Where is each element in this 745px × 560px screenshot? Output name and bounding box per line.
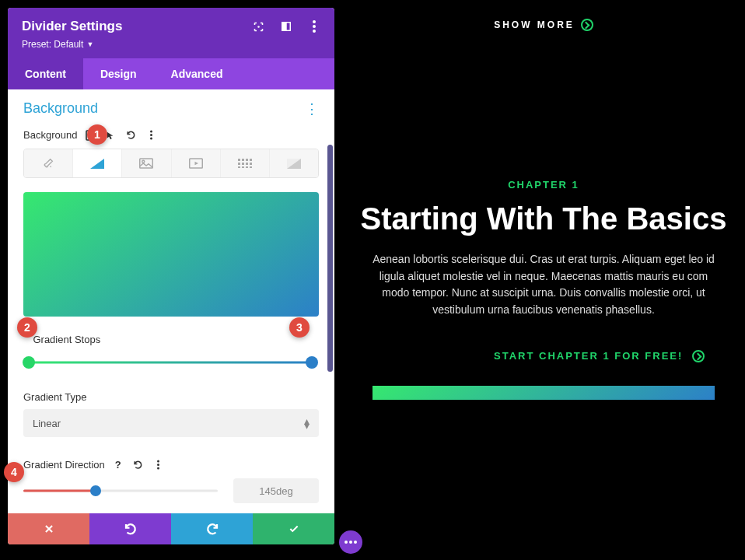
svg-rect-16 xyxy=(242,159,244,161)
gradient-direction-slider[interactable] xyxy=(23,485,218,497)
bg-type-image[interactable] xyxy=(122,149,171,177)
start-chapter-link[interactable]: START CHAPTER 1 FOR FREE! xyxy=(359,350,728,363)
svg-rect-23 xyxy=(238,166,240,168)
svg-rect-12 xyxy=(140,159,153,168)
annotation-badge-1: 1 xyxy=(87,124,107,145)
gradient-stop-start[interactable] xyxy=(23,356,35,369)
section-title: Background xyxy=(23,100,98,117)
gradient-direction-value[interactable]: 145deg xyxy=(233,478,319,503)
panel-title: Divider Settings xyxy=(22,19,122,34)
gradient-direction-label: Gradient Direction xyxy=(23,459,105,471)
svg-rect-19 xyxy=(238,163,240,165)
page-preview: SHOW MORE CHAPTER 1 Starting With The Ba… xyxy=(342,0,745,560)
svg-point-0 xyxy=(257,26,260,28)
show-more-label: SHOW MORE xyxy=(494,19,575,30)
gradient-type-value: Linear xyxy=(33,418,61,429)
bg-type-pattern[interactable] xyxy=(221,149,270,177)
svg-rect-2 xyxy=(282,23,286,31)
snap-icon[interactable] xyxy=(280,20,292,33)
scrollbar-thumb[interactable] xyxy=(327,145,333,372)
svg-point-4 xyxy=(313,25,316,28)
svg-point-31 xyxy=(345,541,348,544)
svg-point-8 xyxy=(150,131,152,133)
section-options-icon[interactable]: ⋮ xyxy=(305,102,319,116)
reset-icon[interactable] xyxy=(125,130,136,141)
cancel-button[interactable] xyxy=(8,513,89,544)
svg-point-28 xyxy=(157,460,159,463)
redo-button[interactable] xyxy=(171,513,253,544)
panel-header: Divider Settings Preset: Default ▼ xyxy=(8,8,334,58)
annotation-badge-2: 2 xyxy=(17,317,37,338)
gradient-stops-label: GrGradient Stops xyxy=(23,334,319,345)
arrow-right-circle-icon xyxy=(692,350,705,362)
svg-rect-25 xyxy=(246,166,248,168)
svg-point-3 xyxy=(313,20,316,23)
start-chapter-label: START CHAPTER 1 FOR FREE! xyxy=(494,350,683,362)
arrow-right-circle-icon xyxy=(581,19,593,31)
tab-design[interactable]: Design xyxy=(83,58,154,89)
svg-rect-20 xyxy=(242,163,244,165)
preset-selector[interactable]: Preset: Default ▼ xyxy=(22,39,93,50)
help-icon[interactable]: ? xyxy=(113,460,124,471)
stage: SHOW MORE CHAPTER 1 Starting With The Ba… xyxy=(0,0,745,560)
svg-point-33 xyxy=(354,541,357,544)
bg-type-video[interactable] xyxy=(172,149,221,177)
chapter-body: Aenean lobortis scelerisque dui. Cras ut… xyxy=(365,251,722,319)
expand-icon[interactable] xyxy=(252,20,264,33)
fab-more-button[interactable] xyxy=(339,530,362,554)
svg-point-9 xyxy=(150,134,152,136)
svg-point-5 xyxy=(313,30,316,33)
gradient-preview xyxy=(23,192,319,317)
svg-rect-15 xyxy=(238,159,240,161)
svg-rect-18 xyxy=(250,159,252,161)
annotation-badge-3: 3 xyxy=(289,317,310,338)
undo-button[interactable] xyxy=(89,513,171,544)
field-kebab-icon[interactable] xyxy=(145,130,156,141)
save-button[interactable] xyxy=(253,513,334,544)
field-kebab-icon[interactable] xyxy=(153,460,164,471)
svg-rect-21 xyxy=(246,163,248,165)
gradient-type-label: Gradient Type xyxy=(23,391,86,403)
svg-point-32 xyxy=(349,541,352,544)
svg-point-30 xyxy=(157,467,159,470)
caret-down-icon: ▼ xyxy=(86,40,93,48)
background-type-tabs xyxy=(23,149,319,178)
svg-rect-17 xyxy=(246,159,248,161)
svg-point-29 xyxy=(157,464,159,466)
panel-tabs: Content Design Advanced xyxy=(8,58,334,89)
select-caret-icon: ▴▾ xyxy=(304,418,310,428)
panel-footer xyxy=(8,513,334,544)
kebab-icon[interactable] xyxy=(308,20,320,33)
divider-preview-bar xyxy=(372,386,715,400)
reset-icon[interactable] xyxy=(133,460,144,471)
bg-type-gradient[interactable] xyxy=(73,149,122,177)
tab-content[interactable]: Content xyxy=(8,58,83,89)
tab-advanced[interactable]: Advanced xyxy=(154,58,240,89)
chapter-title: Starting With The Basics xyxy=(359,201,728,236)
slider-fill xyxy=(23,490,96,492)
svg-point-10 xyxy=(150,138,152,140)
gradient-stop-end[interactable] xyxy=(306,356,318,369)
gradient-stops-track xyxy=(29,362,313,364)
gradient-type-select[interactable]: Linear ▴▾ xyxy=(23,409,319,437)
show-more-link[interactable]: SHOW MORE xyxy=(494,19,593,31)
gradient-stops-slider[interactable] xyxy=(23,356,319,369)
bg-type-color[interactable] xyxy=(24,149,73,177)
settings-panel: Divider Settings Preset: Default ▼ xyxy=(8,8,334,544)
svg-point-13 xyxy=(142,160,145,163)
preset-label: Preset: Default xyxy=(22,39,83,50)
annotation-badge-4: 4 xyxy=(4,462,24,482)
chapter-label: CHAPTER 1 xyxy=(359,179,728,191)
slider-handle[interactable] xyxy=(90,485,101,496)
svg-rect-24 xyxy=(242,166,244,168)
background-field-label: Background xyxy=(23,129,77,141)
svg-rect-22 xyxy=(250,163,252,165)
panel-body: Background ⋮ Background xyxy=(8,89,334,513)
bg-type-mask[interactable] xyxy=(270,149,318,177)
svg-rect-26 xyxy=(250,166,252,168)
